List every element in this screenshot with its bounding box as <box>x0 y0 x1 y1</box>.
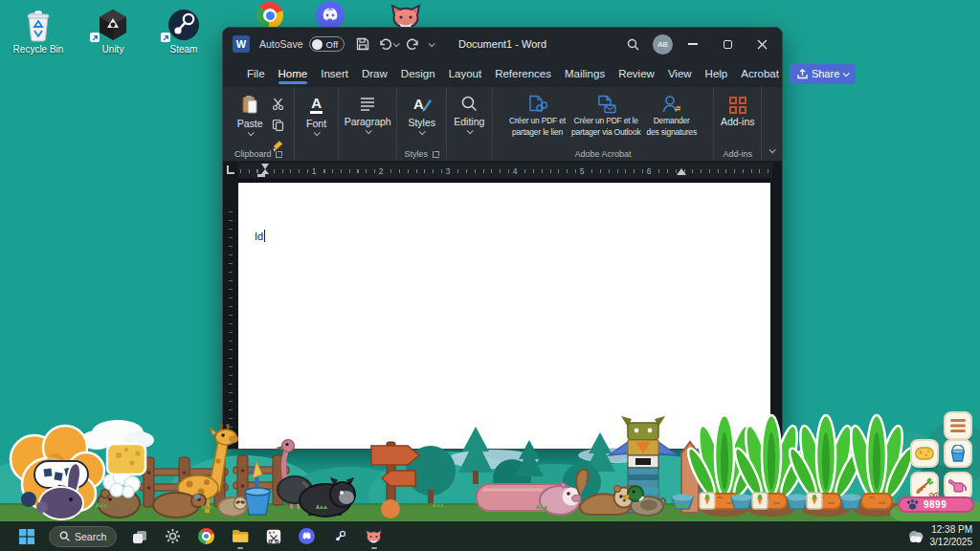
tab-selector[interactable] <box>226 165 234 174</box>
sponge-prop[interactable] <box>107 444 145 474</box>
styles-group: A Styles Styles <box>397 87 447 161</box>
editing-caret-icon <box>466 127 473 134</box>
horizontal-ruler: 1 2 3 4 5 6 <box>238 163 772 178</box>
search-icon[interactable] <box>618 32 647 56</box>
tab-design[interactable]: Design <box>398 63 438 84</box>
desktop-icon-steam[interactable]: Steam <box>153 6 214 55</box>
tab-insert[interactable]: Insert <box>318 63 351 84</box>
left-indent-marker[interactable] <box>257 174 265 177</box>
unity-icon <box>82 6 144 42</box>
undo-button[interactable] <box>378 37 398 51</box>
task-view-icon <box>132 529 147 544</box>
chrome-icon[interactable] <box>256 2 283 29</box>
request-signatures-button[interactable]: Demander des signatures <box>643 91 699 145</box>
settings-button[interactable] <box>156 521 189 551</box>
steam-taskbar-icon[interactable] <box>323 521 357 551</box>
tab-mailings[interactable]: Mailings <box>562 63 608 84</box>
addins-button[interactable]: Add-ins <box>721 91 755 145</box>
tab-file[interactable]: File <box>244 63 268 84</box>
tab-help[interactable]: Help <box>702 63 731 84</box>
running-indicator <box>371 547 377 550</box>
start-button[interactable] <box>10 521 43 551</box>
styles-group-label: Styles <box>404 149 428 159</box>
editing-menu-button[interactable]: Editing <box>454 91 484 145</box>
shortcut-arrow-icon <box>90 33 100 42</box>
styles-dialog-launcher[interactable] <box>433 151 439 158</box>
paragraph-icon <box>359 95 376 114</box>
snipping-tool-glyph <box>266 529 281 544</box>
desktop-icon-label: Recycle Bin <box>8 44 69 55</box>
account-avatar[interactable]: AB <box>653 34 673 55</box>
document-text[interactable]: Id <box>255 231 263 242</box>
editing-group: Editing <box>447 87 493 161</box>
font-menu-button[interactable]: A Font <box>306 91 327 145</box>
paw-points-counter[interactable]: 9899 <box>898 496 974 513</box>
desktop-icon-recycle-bin[interactable]: Recycle Bin <box>8 6 69 55</box>
cut-button[interactable] <box>272 97 285 114</box>
word-titlebar: W AutoSave Off Document1 - Word <box>223 28 782 60</box>
file-explorer-icon[interactable] <box>223 521 256 551</box>
autosave-toggle[interactable]: Off <box>309 36 345 52</box>
tab-acrobat[interactable]: Acrobat <box>738 63 782 84</box>
taskbar-clock[interactable]: 12:38 PM 3/12/2025 <box>930 524 973 548</box>
ruler-number: 6 <box>643 166 655 176</box>
discord-taskbar-icon[interactable] <box>290 521 323 551</box>
ruler-number: 4 <box>509 166 521 176</box>
paste-button[interactable]: Paste <box>230 91 270 145</box>
ruler-number: 5 <box>576 166 588 176</box>
word-logo: W <box>233 35 250 53</box>
steam-glyph <box>332 528 348 544</box>
share-button[interactable]: Share <box>790 64 856 84</box>
clipboard-group: Paste Clipboard <box>223 87 295 161</box>
taskbar-search[interactable]: Search <box>49 526 117 547</box>
fox-taskbar-icon[interactable] <box>357 521 390 551</box>
addins-group-label: Add-ins <box>723 149 752 159</box>
bucket-tool-button[interactable] <box>944 439 972 468</box>
ruler-ticks <box>240 169 772 173</box>
bucket-icon <box>949 445 967 462</box>
ribbon-tab-bar: File Home Insert Draw Design Layout Refe… <box>223 60 782 87</box>
paragraph-caret-icon <box>365 127 371 134</box>
game-menu-button[interactable] <box>944 411 972 440</box>
system-tray[interactable]: 12:38 PM 3/12/2025 <box>907 521 973 551</box>
tab-references[interactable]: References <box>492 63 554 84</box>
adobe-acrobat-group-label: Adobe Acrobat <box>574 149 631 159</box>
tab-view[interactable]: View <box>665 63 695 84</box>
font-icon: A <box>306 95 327 116</box>
collapse-ribbon-group <box>762 87 782 161</box>
right-indent-marker[interactable] <box>677 168 686 175</box>
create-pdf-outlook-button[interactable]: Créer un PDF et le partager via Outlook <box>568 91 644 145</box>
desktop-icon-unity[interactable]: Unity <box>82 6 144 55</box>
ribbon: Paste Clipboard <box>223 87 782 162</box>
pdf-link-icon <box>526 95 547 114</box>
sponge-tool-button[interactable] <box>910 439 939 468</box>
redo-button[interactable] <box>407 37 420 51</box>
tab-layout[interactable]: Layout <box>446 63 485 84</box>
copy-button[interactable] <box>272 118 285 135</box>
ruler-row: 1 2 3 4 5 6 <box>223 162 782 179</box>
folder-icon <box>232 529 249 543</box>
windows-logo-icon <box>19 529 34 544</box>
running-indicator <box>237 547 243 550</box>
steam-icon <box>153 6 214 42</box>
minimize-button[interactable] <box>679 32 707 56</box>
paragraph-menu-button[interactable]: Paragraph <box>345 91 391 145</box>
tab-home[interactable]: Home <box>276 63 311 84</box>
tab-draw[interactable]: Draw <box>359 63 390 84</box>
sloth[interactable] <box>218 497 247 518</box>
create-pdf-share-link-button[interactable]: Créer un PDF et partager le lien <box>506 91 568 145</box>
maximize-button[interactable] <box>713 32 742 56</box>
clipboard-dialog-launcher[interactable] <box>276 151 282 158</box>
ruler-number: 3 <box>442 166 454 176</box>
collapse-ribbon-chevron-icon[interactable] <box>769 146 776 153</box>
tab-review[interactable]: Review <box>615 63 657 84</box>
save-button[interactable] <box>356 37 369 51</box>
quick-access-chevron-icon[interactable] <box>429 40 435 47</box>
close-button[interactable] <box>747 32 776 56</box>
styles-menu-button[interactable]: A Styles <box>408 91 435 145</box>
addins-icon <box>729 97 746 114</box>
task-view-button[interactable] <box>122 521 156 551</box>
snipping-tool-icon[interactable] <box>256 521 290 551</box>
chrome-taskbar-icon[interactable] <box>189 521 223 551</box>
pdf-mail-icon <box>595 95 616 114</box>
